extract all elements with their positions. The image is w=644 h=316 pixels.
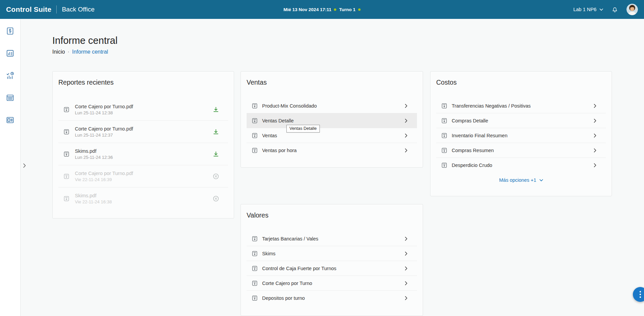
topbar-right: Lab 1 NP6 bbox=[573, 4, 638, 15]
chevron-right-icon bbox=[405, 266, 408, 270]
page-head: Informe central Inicio · Informe central bbox=[52, 34, 117, 55]
more-options-label: Más opciones +1 bbox=[499, 177, 536, 183]
chart-check-clock-icon bbox=[6, 71, 15, 80]
valores-card: Valores Tarjetas Bancarias / Vales bbox=[241, 204, 423, 316]
file-name: Skims.pdf bbox=[75, 148, 113, 154]
report-menu-item[interactable]: Desperdicio Crudo bbox=[436, 158, 606, 173]
status-dot-icon bbox=[334, 8, 336, 11]
cancelled-icon[interactable] bbox=[213, 173, 219, 180]
session-status: Mié 13 Nov 2024 17:11 Turno 1 bbox=[283, 7, 360, 12]
card-title: Costos bbox=[436, 78, 606, 86]
report-menu-item[interactable]: Corte Cajero por Turno bbox=[247, 276, 417, 291]
sidebar-item-billing-reports[interactable] bbox=[3, 24, 17, 38]
report-file-icon bbox=[63, 107, 69, 113]
chevron-down-icon bbox=[599, 8, 603, 11]
report-file-icon bbox=[252, 236, 258, 242]
valores-report-list: Tarjetas Bancarias / Vales Skims bbox=[247, 231, 417, 306]
chevron-right-icon bbox=[405, 296, 408, 300]
report-menu-item[interactable]: Compras Detalle bbox=[436, 113, 606, 128]
store-selector[interactable]: Lab 1 NP6 bbox=[573, 7, 603, 12]
report-menu-item[interactable]: Ventas Detalle bbox=[247, 113, 417, 128]
datetime-label: Mié 13 Nov 2024 17:11 bbox=[283, 7, 331, 12]
sidebar-item-forms[interactable] bbox=[3, 91, 17, 105]
recent-report-row[interactable]: Corte Cajero por Turno.pdf Lun 25-11-24 … bbox=[58, 98, 228, 121]
report-board-icon bbox=[6, 49, 15, 58]
costos-card: Costos Transferencias Negativas / Positi… bbox=[430, 71, 612, 196]
report-label: Control de Caja Fuerte por Turnos bbox=[262, 266, 405, 271]
report-label: Ventas por hora bbox=[262, 148, 405, 153]
card-title: Ventas bbox=[247, 78, 417, 86]
report-file-icon bbox=[441, 162, 447, 168]
report-label: Corte Cajero por Turno bbox=[262, 281, 405, 286]
recent-report-row[interactable]: Skims.pdf Vie 22-11-24 16:38 bbox=[58, 188, 228, 210]
report-menu-item[interactable]: Transferencias Negativas / Positivas bbox=[436, 98, 606, 113]
report-file-icon bbox=[441, 133, 447, 139]
report-label: Depositos por turno bbox=[262, 295, 405, 301]
report-file-icon bbox=[63, 129, 69, 135]
report-file-icon bbox=[252, 147, 258, 153]
file-info: Skims.pdf Lun 25-11-24 12:36 bbox=[75, 148, 113, 160]
report-file-icon bbox=[63, 151, 69, 157]
report-label: Inventario Final Resumen bbox=[452, 133, 594, 138]
report-menu-item[interactable]: Depositos por turno bbox=[247, 291, 417, 306]
download-icon[interactable] bbox=[213, 128, 219, 135]
id-card-icon bbox=[6, 116, 15, 124]
page-title: Informe central bbox=[52, 34, 117, 47]
file-name: Corte Cajero por Turno.pdf bbox=[75, 126, 133, 132]
vertical-ellipsis-icon bbox=[639, 291, 641, 298]
chevron-right-icon bbox=[405, 252, 408, 256]
user-avatar[interactable] bbox=[626, 4, 638, 15]
recent-report-row[interactable]: Corte Cajero por Turno.pdf Lun 25-11-24 … bbox=[58, 121, 228, 143]
report-menu-item[interactable]: Product-Mix Consolidado bbox=[247, 98, 417, 113]
recent-report-row[interactable]: Skims.pdf Lun 25-11-24 12:36 bbox=[58, 143, 228, 165]
sidebar-item-audit-stats[interactable] bbox=[3, 69, 17, 82]
module-title: Back Office bbox=[62, 6, 94, 13]
report-menu-item[interactable]: Compras Resumen bbox=[436, 143, 606, 158]
chevron-right-icon bbox=[594, 119, 596, 123]
sidebar-expand-toggle[interactable] bbox=[23, 163, 26, 168]
notifications-button[interactable] bbox=[611, 6, 618, 13]
report-menu-item[interactable]: Control de Caja Fuerte por Turnos bbox=[247, 261, 417, 276]
report-file-icon bbox=[441, 118, 447, 124]
status-dot-icon bbox=[358, 8, 361, 11]
more-options-button[interactable]: Más opciones +1 bbox=[436, 173, 606, 188]
ventas-report-list: Product-Mix Consolidado Ventas Detalle bbox=[247, 98, 417, 158]
report-menu-item[interactable]: Tarjetas Bancarias / Vales bbox=[247, 231, 417, 246]
file-date: Lun 25-11-24 12:38 bbox=[75, 110, 133, 115]
store-label: Lab 1 NP6 bbox=[573, 7, 596, 12]
download-icon[interactable] bbox=[213, 151, 219, 157]
report-file-icon bbox=[252, 295, 258, 301]
report-menu-item[interactable]: Ventas bbox=[247, 128, 417, 143]
sidebar-item-cards-panel[interactable] bbox=[3, 113, 17, 127]
download-icon[interactable] bbox=[213, 106, 219, 113]
report-label: Tarjetas Bancarias / Vales bbox=[262, 236, 405, 241]
file-date: Lun 25-11-24 12:36 bbox=[75, 155, 113, 160]
recent-reports-card: Reportes recientes Corte Cajero por Turn… bbox=[52, 71, 234, 219]
report-label: Desperdicio Crudo bbox=[452, 163, 594, 168]
recent-report-row[interactable]: Corte Cajero por Turno.pdf Vie 22-11-24 … bbox=[58, 165, 228, 188]
breadcrumb-current-link[interactable]: Informe central bbox=[72, 49, 108, 55]
report-file-icon bbox=[441, 103, 447, 109]
file-info: Corte Cajero por Turno.pdf Lun 25-11-24 … bbox=[75, 104, 133, 115]
cancelled-icon[interactable] bbox=[213, 195, 219, 202]
topbar: Control Suite Back Office Mié 13 Nov 202… bbox=[0, 0, 644, 19]
file-name: Skims.pdf bbox=[75, 193, 112, 198]
costos-report-list: Transferencias Negativas / Positivas Com… bbox=[436, 98, 606, 173]
breadcrumb-home-link[interactable]: Inicio bbox=[52, 49, 65, 55]
tooltip: Ventas Detalle bbox=[286, 125, 320, 133]
report-file-icon bbox=[63, 196, 69, 202]
shift-label: Turno 1 bbox=[339, 7, 356, 12]
table-rows-icon bbox=[6, 93, 15, 102]
report-menu-item[interactable]: Skims bbox=[247, 246, 417, 261]
sidebar-item-report-dashboard[interactable] bbox=[3, 47, 17, 60]
report-file-icon bbox=[252, 103, 258, 109]
main-content: Informe central Inicio · Informe central… bbox=[21, 19, 644, 316]
report-menu-item[interactable]: Ventas por hora bbox=[247, 143, 417, 158]
report-file-icon bbox=[63, 173, 69, 179]
report-menu-item[interactable]: Inventario Final Resumen bbox=[436, 128, 606, 143]
chevron-right-icon bbox=[405, 281, 408, 285]
chevron-right-icon bbox=[594, 148, 596, 152]
breadcrumb: Inicio · Informe central bbox=[52, 49, 117, 55]
file-info: Corte Cajero por Turno.pdf Vie 22-11-24 … bbox=[75, 171, 133, 182]
chevron-down-icon bbox=[539, 179, 543, 181]
